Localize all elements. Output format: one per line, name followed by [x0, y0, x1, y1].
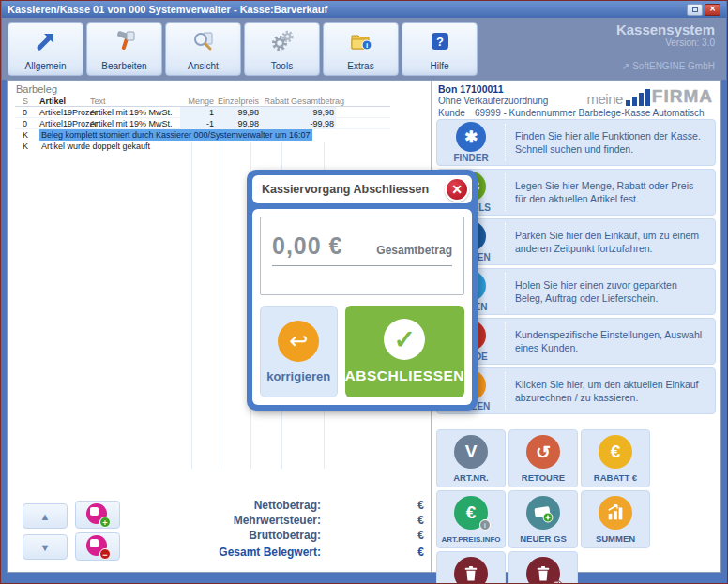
total-amount-value: 0,00 € [272, 232, 343, 260]
position-add-icon: + [86, 503, 109, 526]
checkmark-icon: ✓ [384, 319, 425, 360]
table-row[interactable]: 0 Artikel19Prozer Artikel mit 19% MwSt. … [15, 107, 390, 118]
column-header-einzelpreis[interactable]: Einzelpreis [216, 96, 261, 106]
totals-block: Nettobetrag:€ Mehrwertsteuer:€ Bruttobet… [191, 499, 424, 561]
restore-window-button[interactable] [687, 4, 703, 16]
artnr-button[interactable]: V ART.NR. [436, 429, 506, 487]
restore-icon [692, 7, 698, 12]
meine-firma-logo: meine FIRMA [586, 86, 713, 107]
total-row-brutto: Bruttobetrag:€ [191, 529, 424, 544]
checkout-dialog: Kassiervorgang Abschliessen ✕ 0,00 € Ges… [247, 170, 478, 411]
close-icon: ✕ [451, 182, 463, 197]
arrow-ne-icon [35, 29, 57, 53]
rabatt-button[interactable]: € RABATT € [581, 429, 650, 487]
brand-company-link[interactable]: ↗ SoftENGINE GmbH [616, 61, 715, 71]
up-arrow-icon: ▲ [40, 511, 51, 522]
table-row[interactable]: K Artikel wurde doppelt gekauft [15, 141, 390, 152]
total-row-netto: Nettobetrag:€ [191, 499, 424, 514]
column-header-gesamtbetrag[interactable]: Gesamtbetrag [291, 96, 336, 106]
column-header-rabatt[interactable]: Rabatt [261, 96, 291, 106]
scroll-down-button[interactable]: ▼ [23, 534, 68, 560]
storno-message: Beleg komplett storniert durch Kassierer… [39, 129, 312, 141]
note-message: Artikel wurde doppelt gekauft [39, 141, 152, 152]
finish-button[interactable]: ✓ ABSCHLIESSEN [345, 306, 464, 397]
close-window-button[interactable]: ✕ [705, 4, 720, 16]
sidebar-item-holen[interactable]: ↓ HOLEN Holen Sie hier einen zuvor gepar… [436, 268, 716, 315]
toolbar-label: Hilfe [430, 61, 448, 71]
column-header-menge[interactable]: Menge [180, 96, 216, 106]
table-row[interactable]: 0 Artikel19Prozer Artikel mit 19% MwSt. … [15, 118, 390, 129]
toolbar-button-bearbeiten[interactable]: Bearbeiten [86, 22, 162, 76]
undo-back-icon: ↩ [278, 321, 319, 362]
position-remove-icon: − [86, 535, 109, 558]
retoure-button[interactable]: ↺ RETOURE [508, 429, 578, 487]
column-guide [220, 142, 220, 469]
receipt-panel-title: Barbeleg [16, 83, 57, 95]
artnr-v-icon: V [454, 435, 488, 469]
summen-button[interactable]: SUMMEN [581, 490, 650, 548]
toolbar-label: Ansicht [188, 61, 219, 71]
column-header-s[interactable]: S [15, 96, 39, 106]
sidebar-items: ✱ FINDER Finden Sie hier alle Funktionen… [436, 119, 716, 414]
sidebar-item-zahlen[interactable]: € ZAHLEN Klicken Sie hier, um den aktuel… [436, 367, 716, 414]
toolbar-label: Tools [271, 61, 293, 71]
folder-info-icon: i [349, 29, 373, 53]
brand-arrow-icon: ↗ [622, 61, 629, 71]
svg-text:?: ? [436, 35, 444, 49]
total-row-mwst: Mehrwertsteuer:€ [191, 514, 424, 529]
magnifier-icon [192, 29, 215, 53]
table-row-selected[interactable]: K Beleg komplett storniert durch Kassier… [15, 129, 390, 141]
toolbar-label: Allgemein [25, 61, 67, 71]
toolbar-button-allgemein[interactable]: Allgemein [8, 22, 83, 76]
gears-icon [270, 29, 295, 53]
question-icon: ? [429, 29, 451, 53]
brand-version: Version: 3.0 [616, 37, 715, 48]
down-arrow-icon: ▼ [40, 542, 51, 553]
toolbar: Allgemein Bearbeiten Ansicht Tools i Ext… [2, 18, 726, 80]
brand-block: Kassensystem Version: 3.0 ↗ SoftENGINE G… [616, 22, 715, 71]
window-title: Kassieren/Kasse 01 von 000 Systemverwalt… [8, 4, 327, 15]
sidebar-item-finder[interactable]: ✱ FINDER Finden Sie hier alle Funktionen… [436, 119, 716, 166]
dialog-close-button[interactable]: ✕ [445, 177, 469, 202]
neuer-gs-icon [526, 496, 560, 530]
bon-storno-button[interactable]: BON STORNO [508, 551, 578, 584]
bon-customer: Kunde69999 - Kundennummer Barbelege-Kass… [438, 108, 705, 118]
hammer-icon [114, 29, 136, 53]
action-grid: V ART.NR. ↺ RETOURE € RABATT € € i ART.P [436, 429, 716, 584]
toolbar-button-tools[interactable]: Tools [244, 22, 320, 76]
receipt-table: S Artikel Text Menge Einzelpreis Rabatt … [15, 96, 390, 152]
toolbar-button-hilfe[interactable]: ? Hilfe [402, 22, 478, 76]
pos-storno-trash-icon [454, 557, 488, 584]
amount-display: 0,00 € Gesamtbetrag [260, 217, 464, 295]
bon-page-badge-icon [552, 580, 563, 584]
toolbar-button-ansicht[interactable]: Ansicht [165, 22, 241, 76]
column-header-artikel[interactable]: Artikel [39, 96, 90, 106]
add-position-button[interactable]: + [75, 501, 120, 529]
total-amount-label: Gesamtbetrag [343, 244, 452, 257]
neuer-gs-button[interactable]: NEUER GS [508, 490, 578, 548]
sidebar-item-details[interactable]: DETAILS Legen Sie hier Menge, Rabatt ode… [436, 169, 716, 216]
remove-position-button[interactable]: − [75, 532, 120, 561]
dialog-titlebar: Kassiervorgang Abschliessen ✕ [252, 175, 472, 203]
dialog-body: 0,00 € Gesamtbetrag ↩ korrigieren ✓ ABSC… [252, 209, 472, 405]
finder-icon: ✱ [456, 122, 486, 152]
dialog-title: Kassiervorgang Abschliessen [262, 183, 429, 196]
summen-chart-icon [599, 496, 632, 530]
brand-title: Kassensystem [616, 22, 715, 37]
toolbar-label: Bearbeiten [101, 61, 146, 71]
close-icon: ✕ [709, 6, 716, 13]
titlebar: Kassieren/Kasse 01 von 000 Systemverwalt… [2, 1, 726, 18]
sidebar-item-kunde[interactable]: KUNDE Kundenspezifische Einstellungen, A… [436, 318, 716, 365]
correct-button[interactable]: ↩ korrigieren [260, 306, 338, 397]
app-window: Kassieren/Kasse 01 von 000 Systemverwalt… [0, 0, 728, 584]
scroll-up-button[interactable]: ▲ [23, 503, 68, 529]
artpreisinfo-button[interactable]: € i ART.PREIS.INFO [436, 490, 506, 548]
toolbar-button-extras[interactable]: i Extras [323, 22, 399, 76]
sidebar-item-parken[interactable]: P PARKEN Parken Sie hier den Einkauf, um… [436, 218, 716, 265]
info-badge-icon: i [479, 519, 491, 531]
pos-storno-button[interactable]: POS.STORNO [436, 551, 506, 584]
toolbar-label: Extras [347, 61, 373, 71]
column-guide [191, 142, 192, 469]
column-header-text[interactable]: Text [90, 96, 180, 106]
rabatt-euro-icon: € [599, 435, 632, 469]
